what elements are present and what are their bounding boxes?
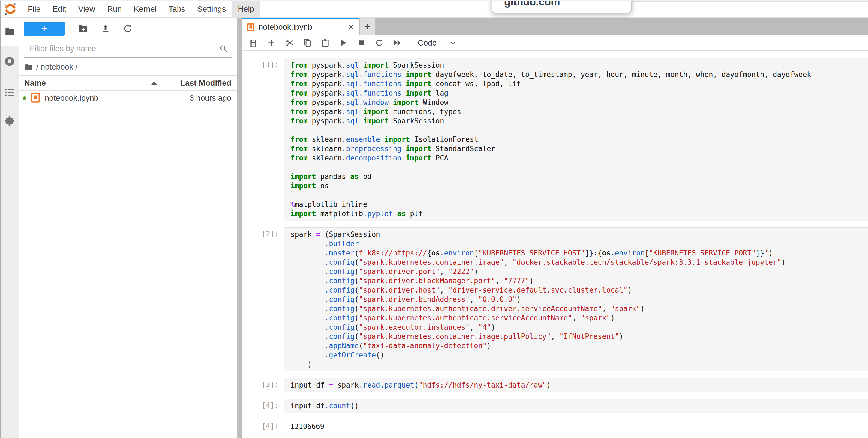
menu-item-view[interactable]: View — [72, 1, 101, 18]
browser-popup: github.com — [492, 0, 632, 13]
jupyterlab-window: FileEditViewRunKernelTabsSettingsHelp gi… — [0, 0, 868, 438]
code-cell: [4]:input_df.count() — [242, 399, 868, 413]
menu-bar: FileEditViewRunKernelTabsSettingsHelp — [1, 1, 868, 18]
code-cell: [2]:spark = (SparkSession .builder .mast… — [242, 227, 868, 372]
new-launcher-button[interactable]: + — [24, 22, 65, 36]
panel-split-handle[interactable] — [237, 18, 242, 438]
add-cell-button[interactable] — [267, 38, 276, 48]
new-tab-button[interactable]: + — [360, 18, 375, 35]
main-area: + / notebo — [1, 18, 868, 438]
files-icon — [4, 26, 16, 37]
table-of-contents-icon[interactable] — [4, 87, 15, 98]
tab-bar: notebook.ipynb × + — [242, 18, 868, 35]
menu-item-help[interactable]: Help — [232, 1, 260, 18]
notebook-dock: notebook.ipynb × + — [242, 18, 868, 438]
output-cell: [4]:12106669 — [242, 419, 868, 433]
cell-prompt: [2]: — [242, 227, 284, 372]
file-list-header: Name Last Modified — [19, 75, 237, 91]
output-area: 12106669 — [284, 419, 868, 433]
running-kernels-icon[interactable] — [4, 56, 15, 67]
close-tab-icon[interactable]: × — [347, 22, 355, 32]
file-row[interactable]: notebook.ipynb 3 hours ago — [19, 91, 237, 105]
save-button[interactable] — [249, 38, 258, 48]
menu-item-edit[interactable]: Edit — [46, 1, 72, 18]
menu-item-tabs[interactable]: Tabs — [162, 1, 191, 18]
paste-cells-button[interactable] — [321, 38, 330, 48]
restart-run-all-button[interactable] — [393, 38, 402, 48]
column-header-last-modified[interactable]: Last Modified — [161, 76, 237, 90]
menu-item-kernel[interactable]: Kernel — [128, 1, 162, 18]
new-folder-button[interactable] — [78, 23, 89, 34]
home-folder-icon[interactable] — [24, 63, 33, 71]
refresh-button[interactable] — [122, 23, 133, 34]
menu-item-run[interactable]: Run — [101, 1, 128, 18]
search-icon — [219, 44, 228, 53]
activity-bar — [1, 18, 19, 438]
filter-files-box — [24, 39, 232, 58]
notebook-tab-icon — [247, 23, 255, 32]
filter-files-input[interactable] — [29, 44, 219, 54]
tab-label: notebook.ipynb — [258, 23, 312, 32]
run-button[interactable] — [339, 38, 348, 48]
kernel-running-dot-icon — [23, 96, 26, 100]
top-edge-strip — [630, 0, 868, 2]
activity-bar-rest — [1, 46, 19, 438]
cell-prompt: [1]: — [242, 58, 284, 221]
code-cell: [1]:from pyspark.sql import SparkSession… — [242, 58, 868, 221]
cell-editor[interactable]: spark = (SparkSession .builder .master(f… — [284, 227, 868, 372]
cell-prompt: [4]: — [242, 399, 284, 413]
notebook-toolbar: Code — [242, 35, 868, 51]
cell-type-selector[interactable]: Code — [418, 38, 437, 48]
cell-editor[interactable]: input_df = spark.read.parquet("hdfs://hd… — [284, 378, 868, 392]
breadcrumb-path: / notebook / — [36, 62, 78, 71]
stop-button[interactable] — [357, 38, 366, 48]
sidebar-tab-files[interactable] — [1, 18, 19, 46]
copy-cells-button[interactable] — [303, 38, 312, 48]
upload-button[interactable] — [100, 23, 111, 34]
restart-kernel-button[interactable] — [375, 38, 384, 48]
file-browser-panel: + / notebo — [19, 18, 237, 438]
notebook-file-icon — [31, 92, 40, 104]
menu-item-settings[interactable]: Settings — [191, 1, 232, 18]
chevron-down-icon[interactable] — [449, 39, 457, 47]
menu-bar-items: FileEditViewRunKernelTabsSettingsHelp — [22, 1, 260, 18]
notebook-content: [1]:from pyspark.sql import SparkSession… — [242, 51, 868, 438]
breadcrumb[interactable]: / notebook / — [19, 58, 237, 75]
notebook-cells: [1]:from pyspark.sql import SparkSession… — [242, 58, 868, 433]
popup-origin-text: github.com — [504, 0, 560, 8]
tab-notebook-ipynb[interactable]: notebook.ipynb × — [242, 18, 360, 35]
stackable-logo-icon — [4, 2, 17, 16]
cell-editor[interactable]: from pyspark.sql import SparkSession fro… — [284, 58, 868, 221]
file-browser-toolbar: + — [19, 18, 237, 38]
sort-ascending-icon — [151, 81, 157, 85]
code-cell: [3]:input_df = spark.read.parquet("hdfs:… — [242, 378, 868, 392]
file-name: notebook.ipynb — [45, 94, 98, 103]
output-prompt: [4]: — [242, 419, 284, 433]
column-header-name[interactable]: Name — [19, 76, 161, 90]
cell-prompt: [3]: — [242, 378, 284, 392]
extensions-icon[interactable] — [4, 115, 15, 127]
cell-editor[interactable]: input_df.count() — [284, 399, 868, 413]
file-last-modified: 3 hours ago — [189, 94, 237, 103]
menu-item-file[interactable]: File — [22, 1, 46, 18]
cut-cells-button[interactable] — [285, 38, 294, 48]
